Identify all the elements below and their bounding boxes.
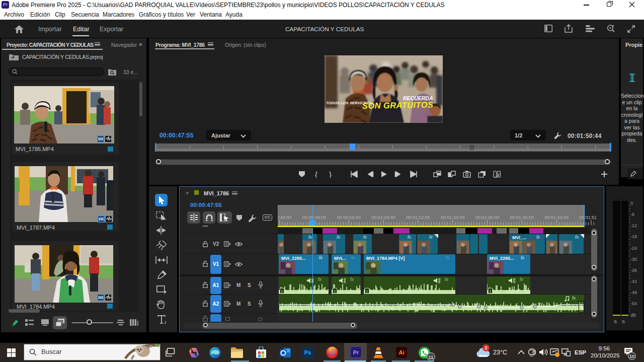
svg-text:00:00:48:00: 00:00:48:00 <box>302 215 327 220</box>
svg-text:00:01:36:00: 00:01:36:00 <box>510 215 534 220</box>
svg-text:SON GRATUITOS: SON GRATUITOS <box>362 100 433 110</box>
svg-text:00:01:52:00: 00:01:52:00 <box>579 215 596 220</box>
svg-text:00:00:40:00: 00:00:40:00 <box>278 215 291 220</box>
svg-text:00:01:28:00: 00:01:28:00 <box>475 215 500 220</box>
svg-text:}: } <box>329 171 332 178</box>
svg-text:00:01:44:00: 00:01:44:00 <box>544 215 569 220</box>
svg-text:00:01:20:00: 00:01:20:00 <box>441 215 465 220</box>
svg-text:00:01:12:00: 00:01:12:00 <box>406 215 430 220</box>
svg-text:00:01:04:00: 00:01:04:00 <box>371 215 395 220</box>
svg-text:{: { <box>315 171 317 178</box>
svg-text:00:00:56:00: 00:00:56:00 <box>337 215 361 220</box>
